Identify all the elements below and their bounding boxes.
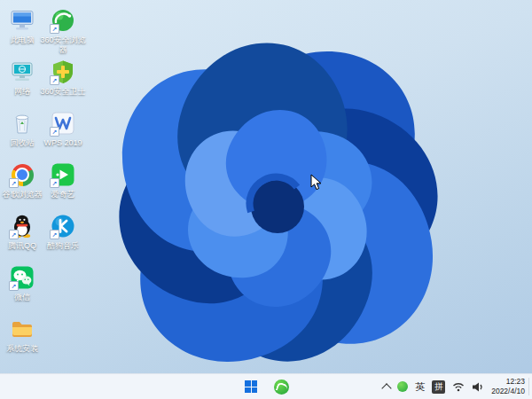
shortcut-arrow-badge [50,178,59,188]
shortcut-arrow-badge [50,75,59,85]
network-icon[interactable] [452,381,465,392]
system-tray: 英 拼 12:23 2022/4/10 [383,374,525,399]
kugou-icon [50,213,76,239]
desktop-icon-360-browser[interactable]: 360安全浏览器 [39,7,87,55]
desktop[interactable]: 此电脑 网络 回收站 [0,0,532,399]
show-desktop-button[interactable] [528,378,532,395]
taskbar-clock[interactable]: 12:23 2022/4/10 [491,377,525,396]
tray-time: 12:23 [506,377,525,387]
network-icon [9,59,35,85]
desktop-icon-label: 系统安装 [6,344,38,354]
windows-bloom-wallpaper [75,25,474,375]
start-button[interactable] [241,377,261,396]
recycle-bin-icon [9,110,35,137]
desktop-icon-label: 腾讯QQ [8,241,36,251]
iqiyi-icon [50,161,76,188]
desktop-icon-wps-2019[interactable]: WPS 2019 [39,110,87,148]
desktop-icon-label: 爱奇艺 [51,190,75,200]
chrome-icon [9,161,35,188]
ime-pinyin-indicator[interactable]: 拼 [432,380,445,394]
windows-logo-icon [245,380,257,393]
taskbar-app-360-browser[interactable] [271,377,291,396]
360-tray-icon[interactable] [397,381,408,392]
desktop-icon-label: 微信 [14,293,30,302]
desktop-icon-label: 此电脑 [11,35,35,45]
shortcut-arrow-badge [9,281,19,291]
360-browser-icon [274,379,289,395]
desktop-icon-label: 360安全浏览器 [39,35,87,55]
desktop-icon-label: 谷歌浏览器 [3,190,43,200]
desktop-icon-install-folder[interactable]: 系统安装 [0,316,46,354]
shortcut-arrow-badge [50,127,59,137]
ime-language-indicator[interactable]: 英 [415,380,425,394]
desktop-icon-label: 360安全卫士 [40,87,85,97]
360-browser-icon [50,7,76,34]
wechat-icon [9,264,35,291]
shortcut-arrow-badge [9,178,19,188]
shortcut-arrow-badge [50,24,59,34]
desktop-icon-wechat[interactable]: 微信 [0,264,46,302]
qq-icon [9,213,35,239]
taskbar: 英 拼 12:23 2022/4/10 [0,373,532,399]
this-pc-icon [9,7,35,34]
desktop-icon-label: 回收站 [11,138,35,148]
desktop-icon-kugou[interactable]: 酷狗音乐 [39,213,87,251]
desktop-icon-iqiyi[interactable]: 爱奇艺 [39,161,87,200]
shortcut-arrow-badge [50,230,59,239]
shortcut-arrow-badge [9,230,19,239]
chevron-up-icon[interactable] [382,383,392,393]
desktop-icon-label: 酷狗音乐 [47,241,79,251]
volume-icon[interactable] [472,381,484,393]
desktop-icon-label: 网络 [14,87,30,97]
tray-date: 2022/4/10 [491,387,525,396]
360-safe-icon [50,59,76,85]
folder-icon [9,316,35,342]
desktop-icon-label: WPS 2019 [43,138,82,148]
desktop-icon-360-safe[interactable]: 360安全卫士 [39,59,87,97]
wps-icon [50,110,76,137]
mouse-cursor [310,174,322,191]
